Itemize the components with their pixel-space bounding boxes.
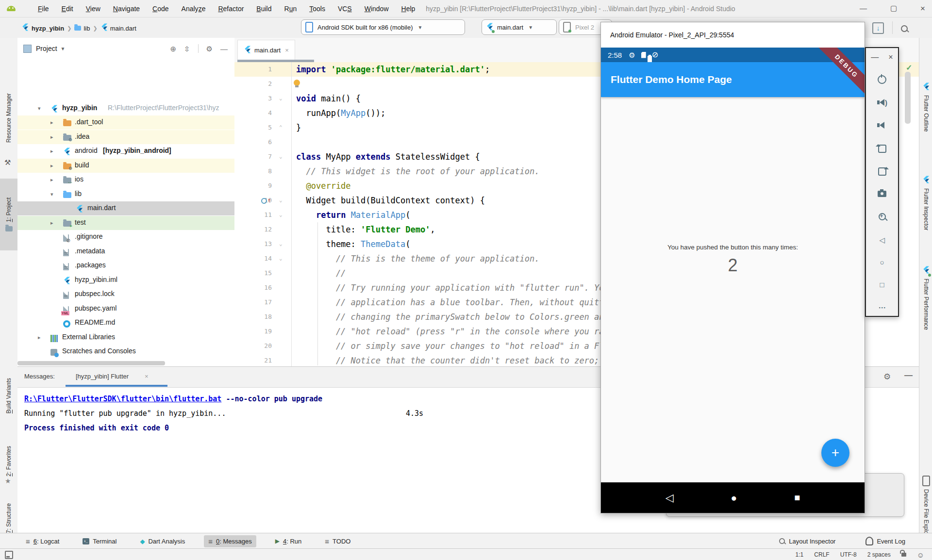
fold-marker-icon[interactable]: ⌄ xyxy=(279,149,286,164)
tree-row-hyzp-yibin-iml[interactable]: hyzp_yibin.iml xyxy=(17,273,234,287)
maximize-icon[interactable]: ▢ xyxy=(890,4,897,14)
tree-row--packages[interactable]: .packages xyxy=(17,259,234,273)
nav-overview-icon[interactable]: ■ xyxy=(794,492,800,503)
fold-marker-icon[interactable]: ⌄ xyxy=(279,237,286,251)
rotate-right-button[interactable] xyxy=(866,163,898,180)
menu-build[interactable]: Build xyxy=(256,5,271,13)
event-log-button[interactable]: Event Log xyxy=(861,535,910,547)
emulator-screen[interactable]: 2:58 ⚙ ⊘ ▵ Flutter Demo Home Page DEBUG … xyxy=(601,48,865,513)
toolwindow-tab-terminal[interactable]: ›_Terminal xyxy=(78,535,121,547)
menu-code[interactable]: Code xyxy=(152,5,168,13)
tree-row-lib[interactable]: ▾lib xyxy=(17,187,234,201)
minimize-icon[interactable]: — xyxy=(871,53,879,62)
chevron-collapsed-icon[interactable]: ▸ xyxy=(50,134,53,140)
tree-row-test[interactable]: ▸▸test xyxy=(17,216,234,230)
nav-back-icon[interactable]: ◁ xyxy=(666,492,674,504)
messages-tab[interactable]: [hyzp_yibin] Flutter xyxy=(76,373,129,380)
chevron-collapsed-icon[interactable]: ▸ xyxy=(50,177,53,183)
minimize-icon[interactable]: — xyxy=(860,4,867,14)
tree-row-main-dart[interactable]: main.dart xyxy=(17,201,234,215)
override-gutter-icon[interactable]: ↑ xyxy=(261,197,271,204)
lock-icon[interactable] xyxy=(901,553,906,557)
assistant-icon[interactable]: ⚒ xyxy=(4,158,11,167)
search-everywhere-icon[interactable] xyxy=(901,25,908,32)
fold-marker-icon[interactable]: ⌄ xyxy=(279,91,286,106)
sidebar-item-build-variants[interactable]: Build Variants xyxy=(0,368,17,424)
collapse-all-icon[interactable]: ⇳ xyxy=(184,45,190,52)
toolwindow-tab-todo[interactable]: ≡TODO xyxy=(320,535,355,547)
close-icon[interactable]: × xyxy=(920,4,925,14)
breadcrumb-folder[interactable]: lib xyxy=(83,25,90,32)
menu-analyze[interactable]: Analyze xyxy=(182,5,206,13)
menu-file[interactable]: File xyxy=(38,5,49,13)
tree-row--dart-tool[interactable]: ▸.dart_tool xyxy=(17,115,234,130)
zoom-button[interactable] xyxy=(866,208,898,225)
toolwindow-toggle-icon[interactable] xyxy=(5,551,13,559)
fold-marker-icon[interactable]: ⌄ xyxy=(279,208,286,222)
menu-window[interactable]: Window xyxy=(365,5,389,13)
breadcrumb-file[interactable]: main.dart xyxy=(110,25,136,32)
line-separator[interactable]: CRLF xyxy=(814,551,829,558)
sidebar-item-2-favorites[interactable]: 2: Favorites xyxy=(0,441,17,481)
chevron-collapsed-icon[interactable]: ▸ xyxy=(50,148,53,154)
sidebar-item-flutter-outline[interactable]: Flutter Outline xyxy=(919,82,932,132)
sidebar-item-flutter-inspector[interactable]: Flutter Inspector xyxy=(919,176,932,231)
toolwindow-tab-6-logcat[interactable]: ≡6: Logcat xyxy=(21,535,64,547)
tree-row-android[interactable]: ▸ android [hyzp_yibin_android] xyxy=(17,144,234,158)
close-tab-icon[interactable]: × xyxy=(285,47,289,54)
project-horizontal-scrollbar[interactable] xyxy=(17,361,165,365)
locate-file-icon[interactable]: ⊕ xyxy=(170,45,176,52)
menu-view[interactable]: View xyxy=(86,5,100,13)
breadcrumb-project[interactable]: hyzp_yibin xyxy=(32,25,64,32)
fab-increment-button[interactable]: + xyxy=(821,439,849,467)
chevron-collapsed-icon[interactable]: ▸ xyxy=(50,119,53,126)
tree-row-hyzp-yibin[interactable]: ▾ hyzp_yibinR:\FlutterProject\FlutterPro… xyxy=(17,101,234,115)
chevron-down-icon[interactable]: ▼ xyxy=(61,46,66,51)
volume-up-button[interactable] xyxy=(866,94,898,111)
gear-icon[interactable]: ⚙ xyxy=(206,45,213,52)
intention-bulb-icon[interactable] xyxy=(294,80,300,86)
emulator-title-bar[interactable]: Android Emulator - Pixel_2_API_29:5554 xyxy=(601,22,865,48)
tree-row-readme-md[interactable]: README.md xyxy=(17,316,234,330)
editor-scrollbar[interactable] xyxy=(905,72,911,124)
back-button[interactable]: ◁ xyxy=(866,231,898,248)
menu-run[interactable]: Run xyxy=(284,5,297,13)
screenshot-button[interactable] xyxy=(866,185,898,202)
menu-navigate[interactable]: Navigate xyxy=(113,5,140,13)
close-tab-icon[interactable]: × xyxy=(145,373,149,380)
favorites-star-icon[interactable]: ★ xyxy=(5,477,11,485)
fold-marker-icon[interactable]: ⌄ xyxy=(279,251,286,266)
file-path-link[interactable]: R:\Flutter\FlutterSDK\flutter\bin\flutte… xyxy=(24,395,221,403)
sidebar-item-1-project[interactable]: 1: Project xyxy=(0,179,17,250)
tree-row-pubspec-yaml[interactable]: YMLpubspec.yaml xyxy=(17,302,234,316)
chevron-expanded-icon[interactable]: ▾ xyxy=(50,191,53,198)
menu-vcs[interactable]: VCS xyxy=(338,5,352,13)
tree-row-build[interactable]: ▸⚙build xyxy=(17,159,234,173)
tree-row--gitignore[interactable]: ⊘.gitignore xyxy=(17,230,234,244)
menu-help[interactable]: Help xyxy=(401,5,416,13)
indent-setting[interactable]: 2 spaces xyxy=(867,551,891,558)
nav-home-icon[interactable]: ● xyxy=(731,492,737,504)
tree-row-external-libraries[interactable]: ▸External Libraries xyxy=(17,330,234,345)
overview-button[interactable]: □ xyxy=(866,276,898,293)
chevron-collapsed-icon[interactable]: ▸ xyxy=(38,334,41,341)
chevron-collapsed-icon[interactable]: ▸ xyxy=(50,220,53,226)
inspections-ok-icon[interactable]: ✓ xyxy=(906,63,912,72)
fold-marker-icon[interactable]: ⌃ xyxy=(279,120,286,135)
fold-marker-icon[interactable]: ⌄ xyxy=(279,193,286,208)
flutter-attach-button[interactable]: ↓ xyxy=(872,22,884,34)
project-panel-title[interactable]: Project xyxy=(36,45,57,52)
layout-inspector-button[interactable]: Layout Inspector xyxy=(774,536,840,547)
tree-row-ios[interactable]: ▸⋯ios xyxy=(17,173,234,187)
tree-row--metadata[interactable]: .metadata xyxy=(17,245,234,259)
sidebar-item-device-file-explorer[interactable]: Device File Explorer xyxy=(919,476,932,541)
toolwindow-tab-0-messages[interactable]: ≡0: Messages xyxy=(204,535,256,547)
menu-edit[interactable]: Edit xyxy=(62,5,73,13)
menu-refactor[interactable]: Refactor xyxy=(218,5,244,13)
tree-row-scratches-and-consoles[interactable]: Scratches and Consoles xyxy=(17,345,234,359)
file-encoding[interactable]: UTF-8 xyxy=(840,551,857,558)
rotate-left-button[interactable] xyxy=(866,140,898,157)
chevron-collapsed-icon[interactable]: ▸ xyxy=(50,163,53,169)
device-selector-dropdown[interactable]: Android SDK built for x86 (mobile) ▼ xyxy=(301,19,465,35)
tree-row-pubspec-lock[interactable]: pubspec.lock xyxy=(17,287,234,301)
